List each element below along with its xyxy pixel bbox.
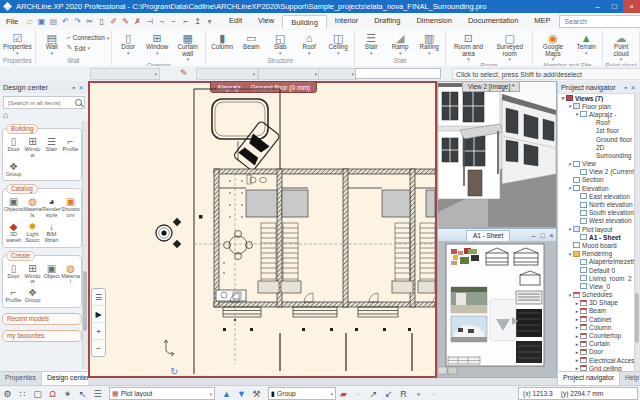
trim-tool-icon[interactable]: ⊣ — [144, 17, 155, 26]
tree-item-east-elevation[interactable]: East elevation — [558, 192, 640, 200]
tree-item-elevation[interactable]: ▾Elevation — [558, 184, 640, 192]
catalog-item-profile[interactable]: ⌐Profile — [4, 287, 23, 304]
tree-item-a1-sheet[interactable]: A1 - Sheet — [558, 233, 640, 241]
properties-button[interactable]: ☑Properties▾ — [2, 31, 33, 55]
view3d-window[interactable]: View 2 [Image] * — [437, 81, 557, 228]
tree-item-view-0[interactable]: View_0 — [558, 282, 640, 290]
room-and-area-button[interactable]: ⊡Room and area▾ — [448, 31, 489, 61]
cut-tool-icon[interactable]: ✂ — [84, 17, 95, 26]
pen-style-icon[interactable]: ✎ — [180, 68, 188, 78]
color-dropdown[interactable]: ▾ — [318, 68, 357, 80]
tree-item-surrounding[interactable]: Surrounding — [558, 151, 640, 159]
undo-tool-icon[interactable]: ↶ — [60, 17, 71, 26]
terrain-button[interactable]: ▲Terrain▾ — [572, 31, 600, 55]
search-box[interactable] — [559, 15, 640, 28]
sheet-minimize-button[interactable]: – — [529, 232, 538, 239]
corner-tool-icon[interactable]: ¬ — [156, 17, 167, 26]
catalog-item-showroom[interactable]: ▣Showroom — [61, 196, 80, 219]
gear-button[interactable]: ⚙ — [0, 389, 15, 399]
window-button[interactable]: ⊞Window▾ — [143, 31, 171, 55]
save-tool-icon[interactable]: ▣ — [36, 17, 47, 26]
column-button[interactable]: ▮Column — [208, 31, 236, 51]
tree-item-schedules[interactable]: ▾Schedules — [558, 291, 640, 299]
floorplan-canvas[interactable] — [90, 83, 435, 376]
wall-button[interactable]: ▤Wall▾ — [38, 31, 66, 55]
layer-dropdown[interactable]: ▾ — [196, 68, 258, 80]
design-center-search-input[interactable] — [6, 99, 75, 107]
snap-arrow-button[interactable]: ↙ — [381, 389, 396, 399]
section-label[interactable]: Create — [6, 251, 35, 261]
roof-button[interactable]: ⌂Roof▾ — [295, 31, 323, 55]
ramp-button[interactable]: ◢Ramp▾ — [386, 31, 414, 55]
tree-item-view[interactable]: ▾View — [558, 160, 640, 168]
catalog-item-bim-librari[interactable]: ↓BIM librari — [42, 221, 61, 244]
connection-button[interactable]: ⌐Connection▾ — [67, 34, 109, 41]
grid-button[interactable]: ∷ — [15, 389, 30, 399]
doc-tool-icon[interactable]: ▯ — [96, 17, 107, 26]
plot-layout-dropdown[interactable]: ▦ Plot layout ▾ — [109, 387, 215, 400]
catalog-item-3d-wareh[interactable]: ◆3D wareh — [4, 221, 23, 244]
build-3d-button[interactable]: ⚒ — [249, 389, 264, 399]
tree-item-west-elevation[interactable]: West elevation — [558, 217, 640, 225]
marquee-button[interactable]: ▢ — [30, 389, 45, 399]
minus-button[interactable]: − — [92, 340, 105, 356]
offset-tool-icon[interactable]: − — [168, 17, 179, 26]
tree-item-section[interactable]: Section — [558, 176, 640, 184]
maximize-button[interactable]: □ — [606, 0, 623, 13]
tree-item-north-elevation[interactable]: North elevation — [558, 200, 640, 208]
tree-item-countertop[interactable]: ▸Countertop — [558, 331, 640, 339]
redo-tool-icon[interactable]: ↷ — [72, 17, 83, 26]
cursor-button[interactable]: ↖ — [75, 389, 90, 399]
menu-interior[interactable]: Interior — [327, 15, 366, 28]
close-icon[interactable]: × — [77, 84, 85, 91]
sheet-tab[interactable]: A1 - Sheet — [466, 230, 510, 241]
node-button[interactable]: ∘ — [411, 389, 426, 399]
list-button[interactable]: ☰ — [90, 389, 105, 399]
beam-button[interactable]: ▭Beam — [237, 31, 265, 51]
tree-item-living-room-2[interactable]: Living_room_2 — [558, 274, 640, 282]
ceiling-button[interactable]: ◫Ceiling▾ — [324, 31, 352, 55]
stair-button[interactable]: ☰Stair▾ — [357, 31, 385, 55]
tree-item-1st-floor[interactable]: 1st floor — [558, 127, 640, 135]
value-input[interactable] — [355, 68, 441, 79]
catalog-item-door[interactable]: ▯Door — [4, 136, 23, 159]
caret-tool-icon[interactable]: ▾ — [204, 17, 215, 26]
layer-up-button[interactable]: ▲ — [219, 389, 234, 399]
section-label[interactable]: Catalog — [6, 184, 38, 194]
catalog-item-objects[interactable]: ▣Objects — [4, 196, 23, 219]
close-icon[interactable]: × — [629, 84, 637, 91]
plus-button[interactable]: + — [92, 323, 105, 340]
menu-edit[interactable]: Edit — [221, 15, 250, 28]
dot-button[interactable]: · — [426, 389, 441, 399]
point-cloud-button[interactable]: ☁Point cloud▾ — [605, 31, 637, 61]
dot-button[interactable]: · — [351, 389, 366, 399]
tree-item-south-elevation[interactable]: South elevation — [558, 209, 640, 217]
play-button[interactable]: ▶ — [92, 306, 105, 323]
menu-view[interactable]: View — [250, 15, 282, 28]
sheet-canvas[interactable] — [438, 241, 556, 377]
minimize-button[interactable]: – — [589, 0, 606, 13]
delete-tool-icon[interactable]: ✗ — [132, 17, 143, 26]
catalog-item-render-style[interactable]: ◕Render style — [42, 196, 61, 219]
catalog-item-profile[interactable]: ⌐Profile — [61, 136, 80, 159]
tree-item-cabinet[interactable]: ▸Cabinet — [558, 315, 640, 323]
magnet-button[interactable]: Ω — [45, 389, 60, 399]
tree-item-view-2-current-perspe[interactable]: View 2 (Current perspe — [558, 168, 640, 176]
catalog-item-stair[interactable]: ☰Stair — [42, 136, 61, 159]
tab-project-navigator[interactable]: Project navigator — [558, 372, 620, 385]
nav-button[interactable]: ↗ — [366, 389, 381, 399]
home-icon[interactable]: ⌂ — [3, 110, 8, 120]
google-maps-button[interactable]: ◉Google Maps▾ — [535, 31, 572, 61]
sheet-close-button[interactable]: × — [547, 232, 556, 239]
tree-item-curtain[interactable]: ▸Curtain — [558, 340, 640, 348]
catalog-item-object[interactable]: ▣Object — [42, 263, 61, 286]
tree-item-mood-board[interactable]: Mood board — [558, 241, 640, 249]
list-button[interactable]: ☰ — [92, 289, 105, 306]
menu-documentation[interactable]: Documentation — [460, 15, 526, 28]
tree-item-alaprajz-[interactable]: ▾Alaprajz - — [558, 110, 640, 118]
tab-properties[interactable]: Properties — [0, 372, 42, 385]
railing-button[interactable]: ▥Railing▾ — [415, 31, 443, 55]
menu-mep[interactable]: MEP — [526, 15, 558, 28]
slab-button[interactable]: ◱Slab▾ — [266, 31, 294, 55]
eraser-button[interactable]: ▰ — [336, 389, 351, 399]
